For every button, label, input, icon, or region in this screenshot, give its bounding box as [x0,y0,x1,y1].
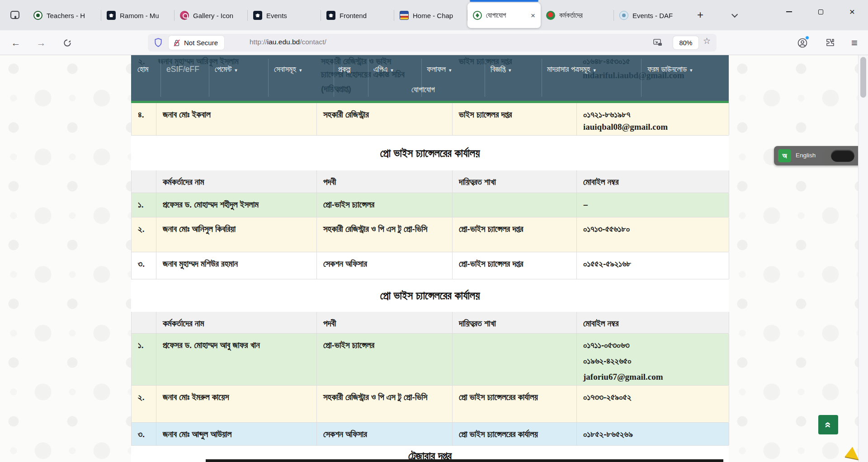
tab-home[interactable]: Home - Chap [394,3,467,28]
branch [453,334,577,385]
nav-item-form-download[interactable]: ফরম ডাউনলোড▾ [647,65,693,74]
minimize-button[interactable] [778,0,799,24]
tab-events[interactable]: Events [248,3,321,28]
restore-icon [818,9,823,14]
account-button[interactable] [794,36,811,50]
officer-name: জনাব মোঃ ইকবাল [156,103,317,135]
tab-officers[interactable]: কর্মকর্তাদের [541,3,614,28]
extensions-button[interactable] [822,36,838,50]
ramom-favicon-icon [107,11,116,20]
nav-item-results[interactable]: ফলাফল▾ [427,65,451,74]
header-sl [132,170,156,193]
nav-separator [641,59,642,97]
designation: সহকারী রেজিস্ট্রার [317,103,453,135]
dark-footer-strip [206,459,723,462]
nav-item-madrasah-letters[interactable]: মাদরাসার পত্রসমূহ▾ [547,65,596,74]
officer-name: জনাব মোঃ ইমরুল কায়েস [156,386,317,422]
table-header-row: কর্মকর্তাদের নাম পদবী দায়িত্বরত শাখা মো… [131,170,729,193]
header-name: কর্মকর্তাদের নাম [156,170,317,193]
close-tab-icon[interactable]: × [530,12,536,19]
email[interactable]: iauiqbal08@gmail.com [583,121,723,133]
tab-teachers[interactable]: Teachers - H [28,3,101,28]
tracking-shield-icon[interactable] [154,38,162,49]
designation: সেকশন অফিসার [317,252,453,279]
puzzle-icon [825,38,835,48]
mobile-2: ০১৯৬২-৪২২৬৫০ [583,355,723,367]
active-tab-indicator [470,0,538,2]
nav-item-esif[interactable]: eSIF/eFF [166,65,199,74]
menu-button[interactable]: ≡ [846,36,863,50]
contact-favicon-icon [473,11,482,20]
chevron-down-icon: ▾ [449,67,452,73]
nav-separator [160,59,161,97]
officer-name: জনাব মোঃ আনিসুল কিবরিয়া [156,217,317,252]
tab-frontend[interactable]: Frontend [321,3,394,28]
close-window-button[interactable]: × [842,0,863,24]
list-all-tabs-button[interactable] [727,10,741,21]
translate-toggle[interactable] [831,150,854,162]
new-tab-button[interactable]: + [693,7,708,23]
officer-name: জনাব মোঃ আব্দুল আউয়াল [156,423,317,445]
notification-dot [805,36,809,40]
header-mobile: মোবাইল নম্বর [577,312,729,333]
branch: প্রো-ভাইস চ্যান্সেলর দপ্তর [453,217,577,252]
address-bar[interactable]: Not Secure http://iau.edu.bd/contact/ 80… [148,34,717,52]
header-name: কর্মকর্তাদের নাম [156,312,317,333]
branch: প্রো ভাইস চ্যান্সেলরের কার্যালয় [453,386,577,422]
mobile: – [577,193,729,217]
table-row: ১. প্রফেসর ড. মোহাম্মদ আবু জাফর খান প্রো… [131,334,729,386]
nav-item-apa[interactable]: এপিএ▾ [373,65,393,74]
not-secure-chip[interactable]: Not Secure [169,36,224,50]
officer-name: জনাব মুহাম্মদ মশিউর রহমান [156,252,317,279]
header-mobile: মোবাইল নম্বর [577,170,729,193]
nav-item-services[interactable]: সেবাসমূহ▾ [274,65,302,74]
browser-toolbar: ← → Not Secure http://iau.edu.bd/contact… [0,30,868,55]
section-title: প্রো ভাইস চ্যান্সেলরের কার্যালয় [131,136,729,170]
email[interactable]: jaforiu67@gmail.com [583,371,723,383]
scroll-to-top-button[interactable]: « [818,415,838,434]
translate-icon: অ [778,149,791,162]
events-favicon-icon [253,11,262,20]
header-branch: দায়িত্বরত শাখা [453,170,577,193]
translate-widget[interactable]: অ English [774,146,868,165]
picture-in-picture-icon[interactable] [653,38,662,48]
tab-label: Gallery - Icon [193,12,243,19]
url-text[interactable]: http://iau.edu.bd/contact/ [250,38,326,46]
row-sl: ৪. [132,103,156,135]
url-scheme: http:// [250,38,267,46]
frontend-favicon-icon [326,11,335,20]
tab-ramom[interactable]: Ramom - Mu [101,3,175,28]
page-scrollbar[interactable] [858,55,868,462]
forward-button[interactable]: → [33,36,49,50]
header-sl [132,312,156,333]
tab-contact-active[interactable]: যোগাযোগ × [467,3,541,28]
designation: প্রো-ভাইস চ্যান্সেলর [317,193,453,217]
nav-separator [268,59,269,97]
tab-gallery[interactable]: Gallery - Icon [175,3,248,28]
reload-icon [63,39,71,47]
url-path: /contact/ [300,38,326,46]
designation: সেকশন অফিসার [317,423,453,445]
mobile: ০১৮৫২-৮৬৫২৬৯ [577,423,729,445]
reload-button[interactable] [60,36,75,50]
section-title: প্রো ভাইস চ্যান্সেলরের কার্যালয় [131,279,729,312]
insecure-lock-icon [173,39,180,47]
back-button[interactable]: ← [8,36,24,50]
translate-language-label[interactable]: English [796,152,816,159]
firefox-view-button[interactable] [7,8,23,22]
scrollbar-thumb[interactable] [860,57,866,98]
nav-item-notices[interactable]: বিজ্ঞপ্তি▾ [491,65,511,74]
tab-events-daf[interactable]: Events - DAF [614,3,687,28]
bookmark-star-icon[interactable]: ☆ [703,36,711,46]
zoom-level-badge[interactable]: 80% [673,36,698,49]
nav-item-payment[interactable]: পেমেন্ট▾ [215,65,237,74]
table-row: ৩. জনাব মুহাম্মদ মশিউর রহমান সেকশন অফিসা… [131,252,729,279]
minimize-icon [786,11,792,12]
mobile: ০১৭২১-৮৬১৯৮৭ [583,108,723,121]
nav-item-contact[interactable]: যোগাযোগ [411,85,435,94]
nav-item-home[interactable]: হোম [137,65,148,74]
url-host: iau.edu.bd [267,38,300,46]
restore-button[interactable] [810,0,831,24]
nav-separator [368,59,368,97]
nav-item-projects[interactable]: প্রকল্প [338,65,350,74]
